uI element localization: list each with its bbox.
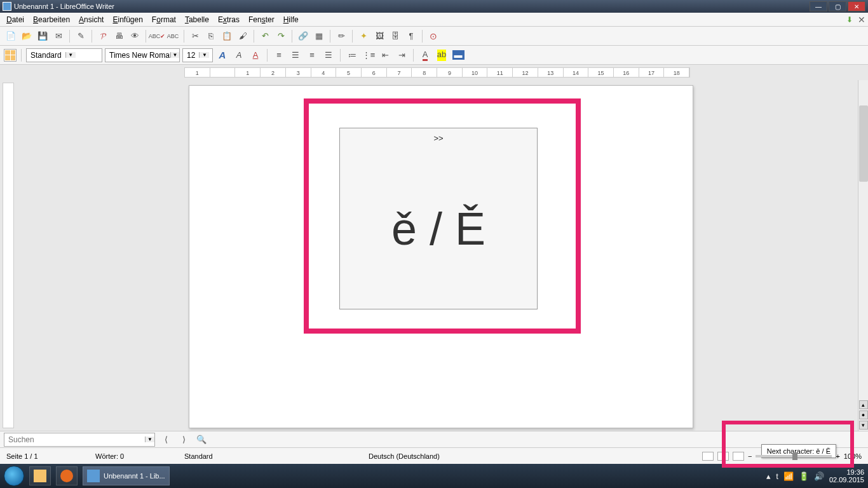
- volume-icon[interactable]: 🔊: [814, 471, 824, 481]
- gallery-button[interactable]: 🖼: [372, 29, 386, 43]
- undo-button[interactable]: ↶: [258, 29, 272, 43]
- menu-insert[interactable]: Einfügen: [109, 14, 146, 25]
- sidebar-toggle[interactable]: [4, 49, 17, 62]
- underline-button[interactable]: A: [248, 48, 262, 62]
- view-book-button[interactable]: [733, 452, 744, 461]
- drawing-button[interactable]: ✏: [334, 29, 348, 43]
- network-icon[interactable]: 📶: [783, 471, 794, 481]
- find-prev-button[interactable]: ⟨: [159, 433, 173, 447]
- redo-button[interactable]: ↷: [274, 29, 288, 43]
- minimize-button[interactable]: —: [810, 1, 827, 11]
- app-icon: [3, 2, 11, 11]
- battery-icon[interactable]: 🔋: [799, 471, 809, 481]
- tray-app-icon[interactable]: t: [776, 471, 778, 481]
- email-button[interactable]: ✉: [51, 29, 65, 43]
- copy-button[interactable]: ⎘: [204, 29, 218, 43]
- spellcheck-button[interactable]: ABC✔: [150, 29, 164, 43]
- status-page: Seite 1 / 1: [6, 452, 83, 460]
- document-scroll[interactable]: >> ě / Ě: [14, 80, 868, 431]
- paragraph-style-combo[interactable]: Standard▼: [26, 48, 102, 62]
- view-single-button[interactable]: [702, 452, 714, 461]
- highlight-button[interactable]: ab: [435, 48, 449, 62]
- paragraph-style-value: Standard: [27, 51, 65, 60]
- format-paintbrush-button[interactable]: 🖌: [236, 29, 250, 43]
- status-language[interactable]: Deutsch (Deutschland): [369, 452, 440, 460]
- table-button[interactable]: ▦: [312, 29, 326, 43]
- font-size-value: 12: [183, 51, 199, 60]
- print-button[interactable]: 🖶: [112, 29, 126, 43]
- paste-button[interactable]: 📋: [220, 29, 234, 43]
- align-justify-button[interactable]: ☰: [322, 48, 336, 62]
- zoom-slider[interactable]: [756, 455, 832, 458]
- zoom-out-button[interactable]: −: [748, 452, 752, 460]
- align-right-button[interactable]: ≡: [305, 48, 319, 62]
- taskbar-explorer[interactable]: [29, 466, 51, 485]
- preview-button[interactable]: 👁: [128, 29, 142, 43]
- edit-mode-button[interactable]: ✎: [74, 29, 88, 43]
- status-bar: Seite 1 / 1 Wörter: 0 Standard Deutsch (…: [0, 447, 868, 464]
- find-field[interactable]: [4, 435, 145, 444]
- open-button[interactable]: 📂: [20, 29, 34, 43]
- new-button[interactable]: 📄: [4, 29, 18, 43]
- bullet-list-button[interactable]: ⋮≡: [362, 48, 376, 62]
- align-center-button[interactable]: ☰: [288, 48, 302, 62]
- taskbar-firefox[interactable]: [56, 466, 78, 485]
- find-all-button[interactable]: 🔍: [194, 433, 208, 447]
- clock[interactable]: 19:36 02.09.2015: [829, 468, 864, 484]
- menu-bar: Datei Bearbeiten Ansicht Einfügen Format…: [0, 13, 868, 27]
- decrease-indent-button[interactable]: ⇤: [378, 48, 392, 62]
- navigation-button[interactable]: ●: [859, 410, 868, 419]
- page-up-button[interactable]: ▴: [859, 400, 868, 409]
- clock-time: 19:36: [829, 468, 864, 476]
- increase-indent-button[interactable]: ⇥: [395, 48, 409, 62]
- autospell-button[interactable]: ABC: [166, 29, 180, 43]
- vertical-scrollbar[interactable]: ▴ ● ▾: [858, 80, 868, 431]
- menu-extras[interactable]: Extras: [214, 14, 243, 25]
- export-pdf-button[interactable]: 𝓟: [96, 29, 110, 43]
- zoom-in-button[interactable]: +: [836, 452, 839, 460]
- help-button[interactable]: ⊙: [426, 29, 440, 43]
- status-words: Wörter: 0: [95, 452, 172, 460]
- clock-date: 02.09.2015: [829, 476, 864, 484]
- italic-button[interactable]: A: [232, 48, 246, 62]
- formatting-toolbar: Standard▼ Times New Roman▼ 12▼ A A A ≡ ☰…: [0, 46, 868, 65]
- numbered-list-button[interactable]: ≔: [345, 48, 359, 62]
- cut-button[interactable]: ✂: [188, 29, 202, 43]
- align-left-button[interactable]: ≡: [272, 48, 286, 62]
- close-button[interactable]: ✕: [848, 1, 865, 11]
- maximize-button[interactable]: ▢: [829, 1, 846, 11]
- background-color-button[interactable]: ▬: [451, 48, 465, 62]
- bold-button[interactable]: A: [215, 48, 229, 62]
- find-input[interactable]: ▼: [4, 433, 155, 447]
- tray-chevron-icon[interactable]: ▴: [766, 471, 771, 481]
- zoom-value[interactable]: 100%: [844, 452, 862, 460]
- close-doc-button[interactable]: ✕: [858, 15, 865, 25]
- taskbar-libreoffice[interactable]: Unbenannt 1 - Lib...: [83, 466, 170, 485]
- view-multi-button[interactable]: [717, 452, 729, 461]
- menu-file[interactable]: Datei: [3, 14, 28, 25]
- character-preview-popup: >> ě / Ě: [339, 128, 538, 309]
- update-icon[interactable]: ⬇: [846, 15, 853, 24]
- font-color-button[interactable]: A: [418, 48, 432, 62]
- font-name-combo[interactable]: Times New Roman▼: [105, 48, 180, 62]
- datasources-button[interactable]: 🗄: [388, 29, 402, 43]
- hyperlink-button[interactable]: 🔗: [296, 29, 310, 43]
- title-bar: Unbenannt 1 - LibreOffice Writer — ▢ ✕: [0, 0, 868, 13]
- menu-format[interactable]: Format: [148, 14, 180, 25]
- scrollbar-thumb[interactable]: [859, 105, 868, 182]
- page-down-button[interactable]: ▾: [859, 421, 868, 430]
- horizontal-ruler[interactable]: 1123456789101112131415161718: [184, 67, 690, 78]
- vertical-ruler[interactable]: [3, 83, 14, 428]
- start-button[interactable]: [4, 466, 24, 486]
- nonprinting-button[interactable]: ¶: [404, 29, 418, 43]
- document-page[interactable]: >> ě / Ě: [189, 85, 693, 428]
- menu-window[interactable]: Fenster: [245, 14, 278, 25]
- menu-table[interactable]: Tabelle: [181, 14, 213, 25]
- menu-edit[interactable]: Bearbeiten: [29, 14, 74, 25]
- navigator-button[interactable]: ✦: [356, 29, 370, 43]
- save-button[interactable]: 💾: [36, 29, 50, 43]
- menu-view[interactable]: Ansicht: [75, 14, 107, 25]
- menu-help[interactable]: Hilfe: [280, 14, 302, 25]
- font-size-combo[interactable]: 12▼: [182, 48, 213, 62]
- find-next-button[interactable]: ⟩: [177, 433, 191, 447]
